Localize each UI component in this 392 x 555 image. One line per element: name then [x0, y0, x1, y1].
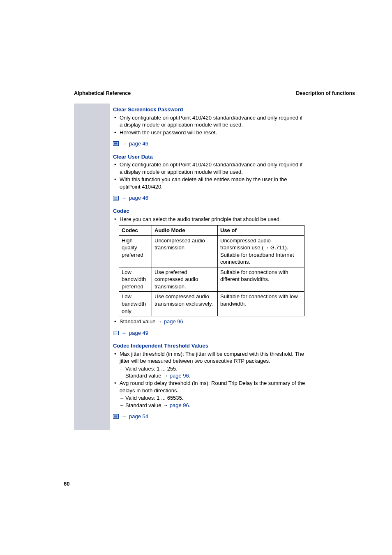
form-icon	[113, 141, 119, 146]
sec4-s4a: Standard value	[125, 402, 163, 408]
form-icon	[113, 331, 119, 335]
arrow-icon: →	[121, 194, 127, 202]
sec4-reference[interactable]: → page 54	[113, 413, 306, 420]
section-title-clear-user-data: Clear User Data	[113, 153, 306, 161]
arrow-icon: →	[263, 244, 269, 251]
arrow-icon: →	[121, 413, 127, 420]
sec4-s2b[interactable]: page 96.	[168, 373, 190, 379]
sec3-std-bullet: Standard value → page 96.	[113, 318, 306, 325]
form-icon	[113, 196, 119, 200]
sec3-std-b[interactable]: page 96.	[162, 318, 184, 325]
sec4-s2a: Standard value	[125, 373, 163, 379]
cell-use-2: Suitable for connections with different …	[218, 267, 304, 292]
th-audio-mode: Audio Mode	[152, 226, 218, 236]
cell-mode-3: Use compressed audio transmission exclus…	[152, 292, 218, 316]
main-content: Clear Screenlock Password Only configura…	[113, 106, 306, 426]
table-row: Low bandwidth only Use compressed audio …	[119, 292, 304, 316]
sec2-bullet-2: With this function you can delete all th…	[113, 176, 306, 190]
arrow-icon: →	[121, 329, 127, 337]
sec3-reference[interactable]: → page 49	[113, 329, 306, 337]
section-title-clear-screenlock: Clear Screenlock Password	[113, 106, 306, 113]
cell-mode-1: Uncompressed audio transmission	[152, 235, 218, 267]
page-number: 60	[64, 481, 69, 487]
sec4-bullet-1: Max jitter threshold (in ms): The jitter…	[113, 350, 306, 365]
table-row: Low bandwidth preferred Use preferred co…	[119, 267, 304, 292]
sec3-ref-text: page 49	[129, 329, 148, 337]
sec2-bullet-1: Only configurable on optiPoint 410/420 s…	[113, 161, 306, 175]
sec1-ref-text: page 46	[129, 140, 148, 147]
codec-table: Codec Audio Mode Use of High quality pre…	[119, 225, 304, 316]
sidebar-stripe	[74, 104, 110, 430]
table-header-row: Codec Audio Mode Use of	[119, 226, 304, 236]
cell-codec-3: Low bandwidth only	[119, 292, 152, 316]
arrow-icon: →	[163, 373, 168, 379]
section-title-codec-thresholds: Codec Independent Threshold Values	[113, 342, 306, 350]
cell-mode-2: Use preferred compressed audio transmiss…	[152, 267, 218, 292]
sec1-reference[interactable]: → page 46	[113, 140, 306, 147]
header-right: Description of functions	[296, 90, 355, 96]
sec3-bullet-1: Here you can select the audio transfer p…	[113, 216, 306, 223]
sec2-reference[interactable]: → page 46	[113, 194, 306, 202]
header-left: Alphabetical Reference	[74, 90, 131, 96]
sec4-ref-text: page 54	[129, 413, 148, 420]
cell-codec-2: Low bandwidth preferred	[119, 267, 152, 292]
sec4-sub-3: Valid values: 1 ... 65535.	[113, 394, 306, 402]
cell-use-3: Suitable for connections with low bandwi…	[218, 292, 304, 316]
sec2-ref-text: page 46	[129, 194, 148, 202]
sec4-bullet-2: Avg round trip delay threshold (in ms): …	[113, 380, 306, 394]
sec1-bullet-2: Herewith the user password will be reset…	[113, 129, 306, 136]
arrow-icon: →	[163, 402, 168, 408]
sec4-sub-4: Standard value → page 96.	[113, 402, 306, 409]
sec4-sub-2: Standard value → page 96.	[113, 372, 306, 380]
cell-codec-1: High quality preferred	[119, 235, 152, 267]
th-codec: Codec	[119, 226, 152, 236]
table-row: High quality preferred Uncompressed audi…	[119, 235, 304, 267]
th-use-of: Use of	[218, 226, 304, 236]
section-title-codec: Codec	[113, 207, 306, 215]
cell-use-1: Uncompressed audio transmission use (→ G…	[218, 235, 304, 267]
arrow-icon: →	[157, 318, 162, 325]
form-icon	[113, 414, 119, 419]
sec4-sub-1: Valid values: 1 ... 255.	[113, 365, 306, 373]
arrow-icon: →	[121, 140, 127, 147]
page-header: Alphabetical Reference Description of fu…	[74, 90, 355, 96]
sec1-bullet-1: Only configurable on optiPoint 410/420 s…	[113, 114, 306, 129]
sec4-s4b[interactable]: page 96.	[168, 402, 190, 408]
sec3-std-a: Standard value	[120, 318, 157, 325]
